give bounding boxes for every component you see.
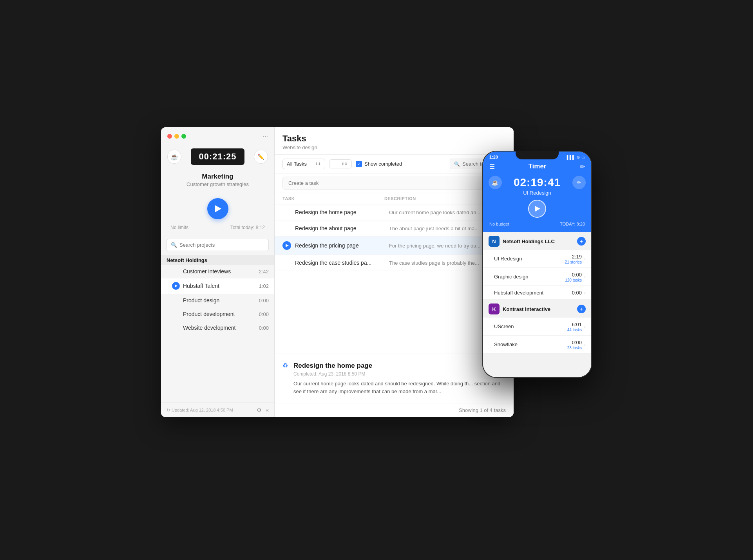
- phone-list-section: N Netsoft Holdings LLC + UI Redesign 2:1…: [483, 232, 591, 377]
- task-name-cell: Redesign the case studies pa...: [295, 260, 389, 266]
- main-header: Tasks Website design: [275, 127, 514, 155]
- list-item[interactable]: Customer inteviews 2:42: [161, 265, 274, 278]
- list-item[interactable]: Graphic design 0:00 120 tasks ›: [483, 268, 591, 286]
- phone-proj-name: Snowflake: [494, 341, 567, 347]
- table-row[interactable]: Redesign the home page Our current home …: [275, 204, 514, 220]
- list-item[interactable]: UScreen 6:01 44 tasks ›: [483, 318, 591, 336]
- timer-display: 00:21:25: [191, 148, 244, 165]
- chevron-right-icon: ›: [584, 290, 586, 295]
- filter-icon[interactable]: ⚙: [257, 407, 262, 413]
- search-projects-container: 🔍: [161, 236, 274, 255]
- phone-add-button-2[interactable]: +: [577, 305, 586, 313]
- phone-org-info-2: K Kontrast Interactive: [489, 303, 550, 314]
- column-task: TASK: [282, 196, 384, 201]
- table-row[interactable]: Redesign the about page The about page j…: [275, 220, 514, 237]
- chevron-right-icon: ›: [584, 256, 586, 262]
- list-item[interactable]: UI Redesign 2:19 21 stories ›: [483, 250, 591, 268]
- show-completed-toggle[interactable]: ✓ Show completed: [356, 161, 402, 167]
- list-item[interactable]: Hubstaff Talent 1:02: [161, 278, 274, 294]
- phone-app: 1:20 ▌▌▌ ⊙ ▭ ☰ Timer ✏: [483, 152, 591, 377]
- footer-actions: ⚙ «: [257, 407, 269, 413]
- show-completed-label: Show completed: [364, 161, 402, 167]
- project-name: Marketing: [167, 173, 268, 181]
- project-item-name: Customer inteviews: [183, 268, 259, 275]
- create-task-input[interactable]: [282, 177, 491, 190]
- traffic-lights: [167, 134, 186, 139]
- phone-add-button[interactable]: +: [577, 237, 586, 246]
- phone-play-triangle-icon: [535, 206, 540, 211]
- phone-edit-button[interactable]: ✏: [572, 176, 586, 189]
- phone-status-icons: ▌▌▌ ⊙ ▭: [567, 155, 585, 159]
- phone-org-row-2: K Kontrast Interactive +: [483, 300, 591, 318]
- all-tasks-label: All Tasks: [287, 161, 307, 167]
- table-row[interactable]: Redesign the case studies pa... The case…: [275, 255, 514, 271]
- timer-stats: No limits Total today: 8:12: [161, 222, 274, 236]
- wifi-icon: ⊙: [577, 155, 580, 159]
- play-button[interactable]: [207, 198, 228, 219]
- search-projects-wrapper[interactable]: 🔍: [167, 239, 269, 251]
- list-item[interactable]: Product design 0:00: [161, 294, 274, 307]
- collapse-icon[interactable]: «: [266, 407, 269, 413]
- task-name-cell: Redesign the home page: [295, 209, 389, 215]
- main-subtitle: Website design: [282, 145, 506, 150]
- list-item[interactable]: Snowflake 0:00 23 tasks ›: [483, 336, 591, 354]
- phone-proj-time: 2:19: [572, 254, 582, 260]
- phone-org-info: N Netsoft Holdings LLC: [489, 236, 555, 247]
- task-name-cell: Redesign the pricing page: [295, 242, 389, 249]
- project-item-time: 2:42: [259, 269, 269, 275]
- task-table-header: TASK DESCRIPTION: [275, 193, 514, 204]
- project-subtitle: Customer growth strategies: [167, 181, 268, 187]
- show-completed-checkbox[interactable]: ✓: [356, 161, 362, 167]
- task-detail-date: Completed: Aug 23, 2018 8:50 PM: [282, 371, 506, 377]
- phone-play-button[interactable]: [528, 200, 546, 218]
- coffee-button[interactable]: ☕: [167, 150, 181, 164]
- phone-timer-container: ☕ 02:19:41 ✏: [489, 176, 586, 189]
- phone-budget-row: No budget TODAY: 8:20: [489, 222, 585, 226]
- desktop-window: ··· ☕ 00:21:25 ✏️ Marketing Customer gro…: [161, 127, 514, 417]
- task-detail-panel: ♻ Redesign the home page Completed: Aug …: [275, 354, 514, 403]
- phone-proj-tasks: 44 tasks: [567, 328, 582, 332]
- phone-frame: 1:20 ▌▌▌ ⊙ ▭ ☰ Timer ✏: [482, 151, 592, 378]
- phone-proj-right: 0:00 ›: [572, 289, 586, 296]
- hamburger-icon[interactable]: ☰: [489, 163, 495, 170]
- phone-proj-name: Graphic design: [494, 274, 565, 280]
- main-content: Tasks Website design All Tasks ⬆⬇ ⬆⬇ ✓ S…: [275, 127, 514, 417]
- menu-dots-icon[interactable]: ···: [263, 133, 268, 140]
- chevron-right-icon: ›: [584, 274, 586, 280]
- phone-proj-right: 2:19 21 stories ›: [565, 253, 586, 264]
- play-button-container: [161, 193, 274, 222]
- second-filter-select[interactable]: ⬆⬇: [329, 159, 352, 168]
- signal-icon: ▌▌▌: [567, 155, 575, 159]
- select-arrow-icon-2: ⬆⬇: [341, 162, 348, 166]
- phone-coffee-button[interactable]: ☕: [489, 176, 502, 189]
- phone-proj-name: Hubstaff development: [494, 290, 572, 296]
- list-item[interactable]: Website development 0:00: [161, 321, 274, 335]
- project-item-time: 0:00: [259, 298, 269, 303]
- org-avatar-2: K: [489, 303, 500, 314]
- phone-today-label: TODAY: 8:20: [560, 222, 585, 226]
- phone-proj-time: 0:00: [572, 340, 582, 345]
- play-triangle-icon: [215, 205, 221, 212]
- traffic-light-green[interactable]: [181, 134, 186, 139]
- phone-edit-icon[interactable]: ✏: [580, 163, 585, 170]
- select-arrow-icon: ⬆⬇: [315, 162, 321, 166]
- traffic-light-red[interactable]: [167, 134, 172, 139]
- phone-proj-name: UI Redesign: [494, 256, 565, 262]
- traffic-light-yellow[interactable]: [174, 134, 179, 139]
- sidebar-footer: ↻ Updated: Aug 12, 2018 4:50 PM ⚙ «: [161, 403, 274, 417]
- search-projects-input[interactable]: [179, 242, 264, 248]
- phone-nav-bar: ☰ Timer ✏: [483, 161, 591, 174]
- list-item[interactable]: Hubstaff development 0:00 ›: [483, 286, 591, 300]
- project-item-time: 0:00: [259, 325, 269, 331]
- phone-org-name-2: Kontrast Interactive: [503, 306, 550, 312]
- task-detail-title: Redesign the home page: [293, 362, 372, 370]
- phone-timer-time: 02:19:41: [514, 176, 561, 189]
- list-item[interactable]: Product development 0:00: [161, 307, 274, 321]
- phone-proj-time: 0:00: [572, 290, 582, 296]
- phone-screen: 1:20 ▌▌▌ ⊙ ▭ ☰ Timer ✏: [483, 152, 591, 377]
- table-row[interactable]: Redesign the pricing page For the pricin…: [275, 237, 514, 255]
- all-tasks-select[interactable]: All Tasks ⬆⬇: [282, 159, 325, 169]
- refresh-icon: ↻: [167, 408, 170, 413]
- edit-timer-button[interactable]: ✏️: [254, 150, 268, 164]
- task-filters: All Tasks ⬆⬇ ⬆⬇ ✓ Show completed 🔍: [275, 155, 514, 173]
